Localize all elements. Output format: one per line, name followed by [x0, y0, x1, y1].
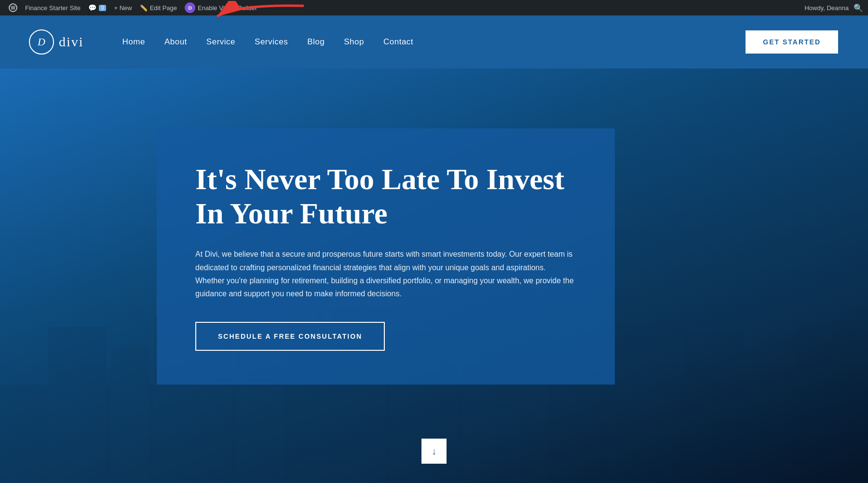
pencil-icon: ✏️ — [140, 4, 148, 12]
enable-visual-builder-item[interactable]: D Enable Visual Builder — [181, 0, 261, 15]
logo-text: divi — [59, 34, 84, 50]
new-item[interactable]: + New — [110, 0, 136, 15]
down-arrow-icon: ↓ — [432, 446, 436, 457]
hero-description: At Divi, we believe that a secure and pr… — [195, 248, 576, 300]
search-icon[interactable]: 🔍 — [854, 3, 863, 13]
edit-page-item[interactable]: ✏️ Edit Page — [136, 0, 181, 15]
wordpress-icon: W — [9, 3, 17, 12]
site-name-item[interactable]: Finance Starter Site — [21, 0, 84, 15]
enable-builder-label: Enable Visual Builder — [198, 4, 257, 12]
site-header: D divi Home About Service Services Blog … — [0, 15, 868, 69]
logo-letter: D — [38, 36, 45, 48]
comment-count: 0 — [99, 5, 107, 11]
hero-section: It's Never Too Late To Invest In Your Fu… — [0, 69, 868, 483]
nav-menu: Home About Service Services Blog Shop Co… — [113, 15, 745, 69]
divi-icon: D — [185, 2, 195, 13]
comment-icon: 💬 — [88, 4, 96, 12]
comments-item[interactable]: 💬 0 — [84, 0, 110, 15]
nav-shop[interactable]: Shop — [334, 15, 374, 69]
site-name: Finance Starter Site — [25, 4, 81, 12]
hero-title: It's Never Too Late To Invest In Your Fu… — [195, 162, 576, 231]
scroll-down-button[interactable]: ↓ — [421, 439, 447, 464]
nav-home[interactable]: Home — [113, 15, 155, 69]
new-label: + New — [114, 4, 132, 12]
logo-area[interactable]: D divi — [29, 29, 84, 55]
get-started-button[interactable]: GET STARTED — [745, 29, 839, 55]
nav-contact[interactable]: Contact — [374, 15, 423, 69]
schedule-consultation-button[interactable]: SCHEDULE A FREE CONSULTATION — [195, 322, 385, 351]
edit-page-label: Edit Page — [150, 4, 177, 12]
nav-services[interactable]: Services — [245, 15, 298, 69]
admin-bar-right: Howdy, Deanna 🔍 — [804, 3, 863, 13]
nav-service[interactable]: Service — [197, 15, 245, 69]
wp-logo-item[interactable]: W — [5, 0, 21, 15]
nav-blog[interactable]: Blog — [298, 15, 334, 69]
hero-content-card: It's Never Too Late To Invest In Your Fu… — [157, 128, 615, 385]
logo-icon: D — [29, 29, 54, 55]
nav-about[interactable]: About — [155, 15, 197, 69]
howdy-text: Howdy, Deanna — [804, 4, 849, 12]
admin-bar: W Finance Starter Site 💬 0 + New ✏️ Edit… — [0, 0, 868, 15]
